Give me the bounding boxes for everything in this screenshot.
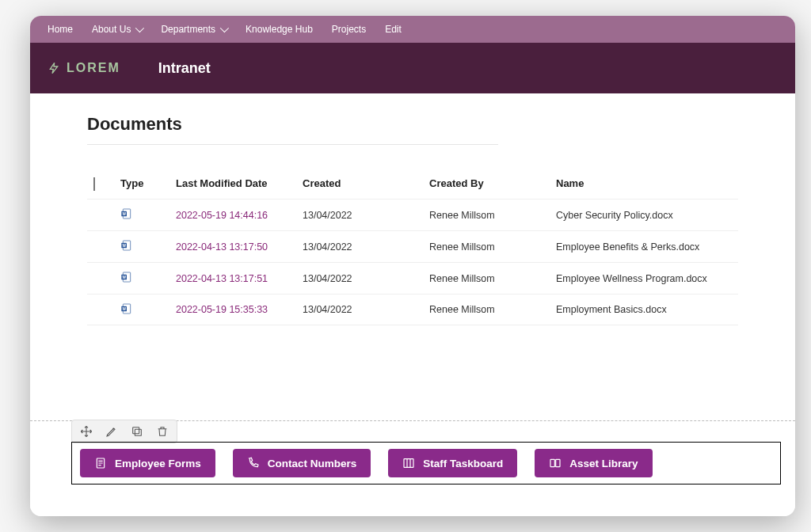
documents-table: Type Last Modified Date Created Created … [87, 167, 738, 325]
word-doc-icon: W [120, 239, 133, 252]
logo: LOREM [48, 59, 120, 77]
chevron-down-icon [220, 24, 229, 32]
site-title: Intranet [158, 60, 211, 77]
table-header: Type Last Modified Date Created Created … [87, 167, 738, 199]
content-area: Documents Type Last Modified Date Create… [30, 93, 795, 516]
cell-modified: 2022-05-19 14:44:16 [176, 210, 303, 221]
nav-label: About Us [92, 24, 131, 35]
word-doc-icon: W [120, 271, 133, 283]
table-row[interactable]: W 2022-04-13 13:17:50 13/04/2022 Renee M… [87, 230, 738, 262]
cell-created: 13/04/2022 [303, 241, 429, 253]
employee-forms-button[interactable]: Employee Forms [80, 449, 215, 477]
cell-created: 13/04/2022 [303, 273, 429, 284]
logo-text: LOREM [67, 61, 120, 75]
library-icon [549, 457, 562, 469]
table-row[interactable]: W 2022-05-19 15:35:33 13/04/2022 Renee M… [87, 294, 738, 325]
cell-name: Employee Benefits & Perks.docx [556, 241, 738, 253]
cell-created-by: Renee Millsom [429, 273, 556, 284]
app-window: Home About Us Departments Knowledge Hub … [30, 16, 795, 516]
nav-label: Home [48, 24, 73, 35]
phone-icon [247, 457, 260, 469]
table-row[interactable]: W 2022-04-13 13:17:51 13/04/2022 Renee M… [87, 262, 738, 294]
edit-button[interactable] [104, 424, 120, 439]
page-title: Documents [87, 114, 795, 135]
svg-text:W: W [122, 244, 126, 248]
cell-name: Employee Wellness Program.docx [556, 273, 738, 284]
button-label: Employee Forms [115, 458, 201, 469]
nav-label: Edit [385, 24, 402, 35]
button-label: Contact Numbers [268, 458, 357, 469]
chevron-down-icon[interactable] [93, 177, 95, 191]
brand-bar: LOREM Intranet [30, 43, 795, 93]
cell-created: 13/04/2022 [303, 304, 429, 315]
nav-knowledge-hub[interactable]: Knowledge Hub [246, 24, 313, 35]
svg-rect-16 [550, 459, 554, 466]
lightning-icon [48, 59, 60, 77]
cell-created-by: Renee Millsom [429, 241, 556, 253]
chevron-down-icon [135, 24, 144, 32]
delete-button[interactable] [154, 424, 170, 439]
duplicate-button[interactable] [129, 424, 145, 439]
cell-modified: 2022-04-13 13:17:50 [176, 241, 303, 253]
top-nav: Home About Us Departments Knowledge Hub … [30, 16, 795, 43]
nav-about-us[interactable]: About Us [92, 24, 142, 35]
col-type[interactable]: Type [120, 177, 176, 189]
cell-name: Employment Basics.docx [556, 304, 738, 315]
svg-text:W: W [122, 212, 126, 216]
table-row[interactable]: W 2022-05-19 14:44:16 13/04/2022 Renee M… [87, 199, 738, 230]
cell-modified: 2022-04-13 13:17:51 [176, 273, 303, 284]
svg-rect-15 [404, 459, 413, 468]
word-doc-icon: W [120, 302, 133, 315]
col-modified[interactable]: Last Modified Date [176, 177, 303, 189]
svg-text:W: W [122, 307, 126, 311]
button-label: Asset Library [569, 458, 638, 469]
col-created-by[interactable]: Created By [429, 177, 556, 189]
cell-created-by: Renee Millsom [429, 210, 556, 221]
button-label: Staff Taskboard [423, 458, 503, 469]
divider [87, 144, 498, 145]
col-created[interactable]: Created [303, 177, 429, 189]
cell-modified: 2022-05-19 15:35:33 [176, 304, 303, 315]
svg-rect-12 [135, 429, 141, 435]
cell-created-by: Renee Millsom [429, 304, 556, 315]
webpart-edit-toolbar [71, 420, 177, 443]
cell-name: Cyber Security Policy.docx [556, 210, 738, 221]
word-doc-icon: W [120, 207, 133, 220]
cell-created: 13/04/2022 [303, 210, 429, 221]
contact-numbers-button[interactable]: Contact Numbers [233, 449, 371, 477]
col-name[interactable]: Name [556, 177, 738, 189]
svg-text:W: W [122, 276, 126, 279]
svg-rect-13 [133, 428, 139, 434]
nav-home[interactable]: Home [48, 24, 73, 35]
board-icon [402, 457, 415, 469]
move-button[interactable] [78, 424, 94, 439]
staff-taskboard-button[interactable]: Staff Taskboard [388, 449, 517, 477]
svg-rect-17 [556, 459, 560, 466]
nav-departments[interactable]: Departments [161, 24, 227, 35]
nav-label: Departments [161, 24, 215, 35]
asset-library-button[interactable]: Asset Library [535, 449, 652, 477]
quick-links-section: Employee Forms Contact Numbers Staff Tas… [71, 442, 781, 484]
form-icon [94, 457, 107, 469]
nav-label: Knowledge Hub [246, 24, 313, 35]
nav-projects[interactable]: Projects [332, 24, 366, 35]
nav-edit[interactable]: Edit [385, 24, 402, 35]
nav-label: Projects [332, 24, 366, 35]
